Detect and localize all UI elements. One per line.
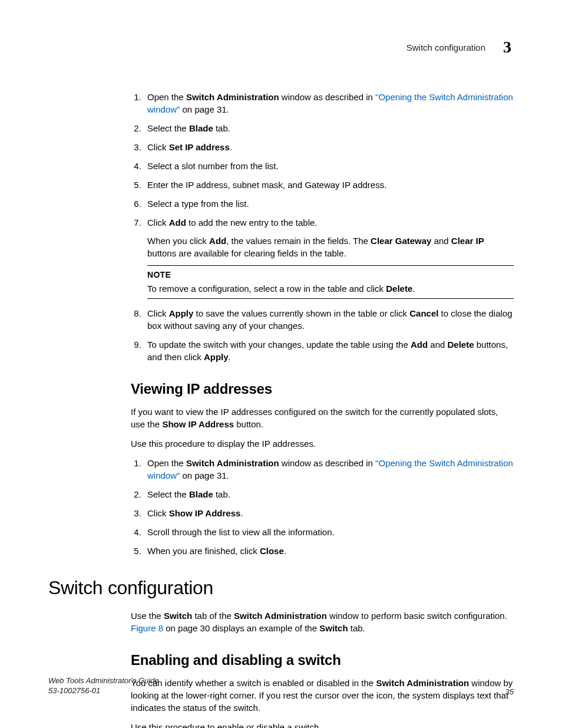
switch-para1: Use the Switch tab of the Switch Adminis… — [131, 610, 514, 634]
step-1: Open the Switch Administration window as… — [144, 91, 514, 116]
step-5: Enter the IP address, subnet mask, and G… — [144, 179, 514, 191]
page-header: Switch configuration 3 — [48, 38, 514, 57]
vstep-3: Click Show IP Address. — [144, 507, 514, 519]
vstep-4: Scroll through the list to view all the … — [144, 526, 514, 538]
header-title: Switch configuration — [406, 42, 485, 52]
procedure-set-ip: Open the Switch Administration window as… — [131, 91, 514, 363]
vstep-1: Open the Switch Administration window as… — [144, 457, 514, 482]
heading-viewing-ip: Viewing IP addresses — [131, 381, 514, 397]
step-7: Click Add to add the new entry to the ta… — [144, 216, 514, 299]
page-footer: Web Tools Administrator's Guide 53-10027… — [48, 676, 514, 696]
enable-para2: Use this procedure to enable or disable … — [131, 721, 514, 728]
step-9: To update the switch with your changes, … — [144, 338, 514, 363]
step-6: Select a type from the list. — [144, 197, 514, 210]
link-figure-8[interactable]: Figure 8 — [131, 623, 163, 633]
step-3: Click Set IP address. — [144, 141, 514, 153]
note-box: NOTE To remove a configuration, select a… — [147, 265, 514, 299]
footer-page: 35 — [505, 687, 514, 696]
step-2: Select the Blade tab. — [144, 122, 514, 134]
step-8: Click Apply to save the values currently… — [144, 307, 514, 332]
step-4: Select a slot number from the list. — [144, 160, 514, 172]
note-label: NOTE — [147, 269, 514, 281]
footer-guide: Web Tools Administrator's Guide — [48, 676, 159, 686]
viewing-para2: Use this procedure to display the IP add… — [131, 437, 514, 450]
vstep-2: Select the Blade tab. — [144, 488, 514, 500]
vstep-5: When you are finished, click Close. — [144, 545, 514, 557]
step-7-sub: When you click Add, the values remain in… — [147, 235, 514, 259]
footer-docnum: 53-1002756-01 — [48, 686, 159, 696]
viewing-para1: If you want to view the IP addresses con… — [131, 406, 514, 430]
heading-switch-config: Switch configuration — [48, 577, 514, 599]
chapter-number: 3 — [503, 38, 511, 57]
procedure-view-ip: Open the Switch Administration window as… — [131, 457, 514, 557]
note-text: To remove a configuration, select a row … — [147, 282, 514, 295]
heading-enable-disable: Enabling and disabling a switch — [131, 652, 514, 668]
